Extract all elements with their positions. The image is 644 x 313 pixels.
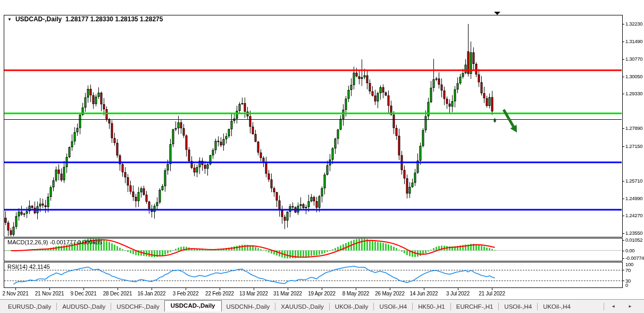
price-tick-label: 1.27150 xyxy=(625,143,642,149)
tab-ukoil-daily[interactable]: UKOil-,Daily xyxy=(330,302,373,311)
collapse-triangle-icon: ▼ xyxy=(7,17,12,22)
price-tick-label: 1.30770 xyxy=(625,56,642,62)
macd-tick-label: 0.00 xyxy=(625,248,634,253)
price-tick-label: 1.29330 xyxy=(625,90,642,96)
tab-usoil-h4[interactable]: USOil-,H4 xyxy=(374,302,412,311)
price-tick-label: 1.23550 xyxy=(625,230,642,236)
macd-indicator-label: MACD(12,26,9) -0.001777 0.000485 xyxy=(7,239,102,245)
terminal-window: 15M30H1H4D1W1MN ▼USDCAD-,Daily 1.28177 1… xyxy=(0,0,644,313)
tab-scrollers: ◄► xyxy=(603,303,644,310)
chart-canvas[interactable] xyxy=(0,0,644,313)
date-label: 21 Jul 2022 xyxy=(468,291,516,296)
tab-eurchf-h1[interactable]: EURCHF-,H1 xyxy=(451,302,498,311)
price-tick-label: 1.24990 xyxy=(625,195,642,201)
tab-separator xyxy=(412,303,413,310)
chart-ohlc-values: 1.28177 1.28330 1.28135 1.28275 xyxy=(65,15,163,23)
tab-ukoil-h4[interactable]: UKOil-,H4 xyxy=(538,302,575,311)
price-tick-label: 1.25710 xyxy=(625,178,642,184)
price-tick-label: 1.31490 xyxy=(625,38,642,44)
tab-separator xyxy=(604,303,604,310)
tab-separator xyxy=(111,303,111,310)
tab-separator xyxy=(373,303,374,310)
tab-usdcnh-daily[interactable]: USDCNH-,Daily xyxy=(222,302,275,311)
rsi-tick-label: 100 xyxy=(625,261,633,267)
tab-separator xyxy=(537,303,538,310)
price-tick-label: 1.24270 xyxy=(625,212,642,218)
tab-separator xyxy=(56,303,57,310)
price-tick-label: 1.32230 xyxy=(625,21,642,27)
tab-separator xyxy=(498,303,499,310)
tab-eurusd-daily[interactable]: EURUSD-,Daily xyxy=(3,302,56,311)
price-tick-label: 1.30050 xyxy=(625,73,642,79)
tab-separator xyxy=(450,303,451,310)
rsi-indicator-label: RSI(14) 42.1145 xyxy=(7,263,50,270)
tab-hk50-h1[interactable]: HK50-,H1 xyxy=(413,302,450,311)
tab-usoil-h4[interactable]: USOil-,H4 xyxy=(499,302,537,311)
tab-separator xyxy=(329,303,330,310)
tab-separator xyxy=(275,303,275,310)
tab-audusd-daily[interactable]: AUDUSD-,Daily xyxy=(57,302,110,311)
time-axis[interactable]: 2 Nov 202121 Nov 20219 Dec 202128 Dec 20… xyxy=(0,288,623,299)
rsi-tick-label: 70 xyxy=(625,267,631,273)
chart-title: ▼USDCAD-,Daily 1.28177 1.28330 1.28135 1… xyxy=(7,15,163,23)
price-axis[interactable]: 1.322301.314901.307701.300501.293301.278… xyxy=(623,12,644,289)
chart-symbol-label: USDCAD-,Daily xyxy=(15,15,62,23)
rsi-tick-label: 0 xyxy=(625,282,628,288)
scroll-left-arrow[interactable]: ◄ xyxy=(605,303,622,310)
macd-tick-label: 0.01052 xyxy=(625,237,642,243)
tab-usdcad-daily[interactable]: USDCAD-,Daily xyxy=(164,300,222,311)
tab-xauusd-daily[interactable]: XAUUSD-,Daily xyxy=(276,302,329,311)
chart-tab-bar: EURUSD-,DailyAUDUSD-,DailyUSDCHF-,DailyU… xyxy=(0,299,644,313)
scroll-right-arrow[interactable]: ► xyxy=(622,303,639,310)
price-tick-label: 1.27890 xyxy=(625,125,642,131)
macd-tick-label: -0.00774 xyxy=(625,255,644,261)
tab-usdchf-daily[interactable]: USDCHF-,Daily xyxy=(112,302,164,311)
